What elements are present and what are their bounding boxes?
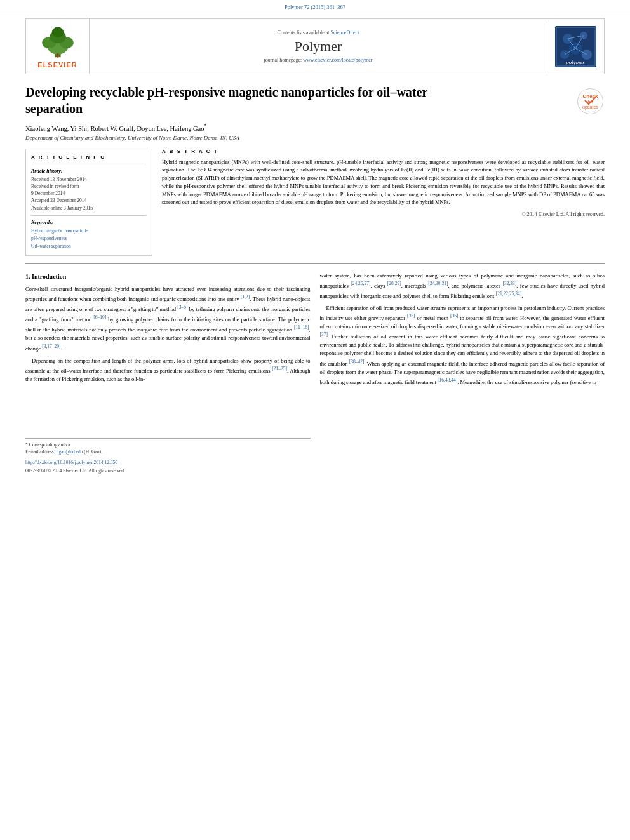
svg-text:polymer: polymer [565, 59, 585, 65]
ref-32-33[interactable]: [32,33] [502, 281, 516, 286]
ref-11-16[interactable]: [11–16] [294, 324, 309, 330]
email-note: E-mail address: hgao@nd.edu (H. Gao). [25, 448, 311, 455]
corresponding-author-marker: * [204, 123, 207, 129]
available-date: Available online 3 January 2015 [31, 204, 147, 211]
article-info-title: A R T I C L E I N F O [31, 154, 147, 160]
doi-line: http://dx.doi.org/10.1016/j.polymer.2014… [25, 458, 311, 467]
footnote-divider [25, 438, 311, 439]
homepage-link[interactable]: www.elsevier.com/locate/polymer [303, 57, 372, 63]
journal-top-bar: Polymer 72 (2015) 361–367 [0, 0, 630, 13]
ref-3-17-20[interactable]: [3,17–20] [42, 343, 60, 349]
abstract-title: A B S T R A C T [162, 149, 605, 154]
received-revised-label: Received in revised form [31, 183, 147, 190]
ref-28-29[interactable]: [28,29] [387, 281, 401, 286]
body-column-left: 1. Introduction Core-shell structured in… [25, 272, 311, 474]
elsevier-logo: ELSEVIER [26, 19, 90, 74]
homepage-line: journal homepage: www.elsevier.com/locat… [96, 57, 540, 63]
article-content: Check for updates Developing recyclable … [25, 74, 605, 256]
crossmark-icon: Check for updates [576, 87, 605, 116]
journal-header: ELSEVIER Contents lists available at Sci… [25, 18, 605, 74]
info-divider [31, 164, 147, 164]
sciencedirect-link[interactable]: ScienceDirect [331, 30, 359, 36]
ref-6-10[interactable]: [6–10] [93, 314, 106, 320]
ref-16-43-44[interactable]: [16,43,44] [438, 377, 457, 383]
crossmark-area: Check for updates [576, 87, 605, 117]
ref-24-30-31[interactable]: [24,30,31] [428, 281, 448, 286]
keyword-1[interactable]: Hybrid magnetic nanoparticle [31, 227, 147, 235]
body-para-1: Core-shell structured inorganic/organic … [25, 285, 311, 352]
svg-point-5 [51, 27, 63, 38]
abstract-text: Hybrid magnetic nanoparticles (MNPs) wit… [162, 158, 605, 207]
body-para-col2-2: Efficient separation of oil from produce… [320, 304, 605, 387]
page-wrapper: Polymer 72 (2015) 361–367 ELSEVIER [0, 0, 630, 474]
section-1-heading: 1. Introduction [25, 272, 311, 282]
ref-21-22-25-34[interactable]: [21,22,25,34] [496, 291, 522, 297]
section-divider [25, 263, 605, 264]
ref-24-26-27[interactable]: [24,26,27] [351, 281, 370, 286]
doi-link[interactable]: http://dx.doi.org/10.1016/j.polymer.2014… [25, 460, 117, 465]
svg-text:updates: updates [582, 105, 598, 110]
polymer-badge-image: polymer [555, 26, 596, 67]
ref-1-2[interactable]: [1,2] [241, 294, 250, 300]
keyword-3[interactable]: Oil–water separation [31, 243, 147, 250]
article-title: Developing recyclable pH-responsive magn… [25, 84, 457, 117]
journal-center: Contents lists available at ScienceDirec… [90, 25, 547, 68]
ref-21-25[interactable]: [21–25] [272, 366, 287, 371]
polymer-badge-svg: polymer [555, 26, 596, 67]
accepted-date: Accepted 23 December 2014 [31, 197, 147, 204]
body-content: 1. Introduction Core-shell structured in… [25, 272, 605, 474]
body-para-2: Depending on the composition and length … [25, 357, 311, 383]
journal-name-display: Polymer [96, 38, 540, 55]
article-info-abstract-row: A R T I C L E I N F O Article history: R… [25, 149, 605, 256]
contents-line: Contents lists available at ScienceDirec… [96, 30, 540, 36]
keyword-2[interactable]: pH-responsiveness [31, 235, 147, 243]
keywords-title: Keywords: [31, 220, 147, 225]
elsevier-tree-icon [36, 24, 80, 59]
ref-38-42[interactable]: [38–42] [349, 359, 365, 364]
journal-citation: Polymer 72 (2015) 361–367 [285, 4, 345, 10]
issn-line: 0032-3861/© 2014 Elsevier Ltd. All right… [25, 467, 311, 474]
body-para-col2-1: water system, has been extensively repor… [320, 272, 605, 300]
info-divider-2 [31, 215, 147, 216]
ref-35[interactable]: [35] [407, 313, 415, 319]
ref-36[interactable]: [36] [450, 313, 459, 319]
article-info-box: A R T I C L E I N F O Article history: R… [25, 149, 152, 256]
svg-point-6 [57, 53, 59, 56]
corresponding-author-note: * Corresponding author. [25, 441, 311, 448]
affiliation-line: Department of Chemistry and Biochemistry… [25, 135, 605, 141]
revised-date: 9 December 2014 [31, 190, 147, 197]
copyright-line: © 2014 Elsevier Ltd. All rights reserved… [162, 211, 605, 217]
email-link[interactable]: hgao@nd.edu [57, 449, 83, 455]
polymer-logo-box: polymer [547, 21, 604, 72]
ref-3-5[interactable]: [3–5] [177, 304, 187, 310]
footnote-area: * Corresponding author. E-mail address: … [25, 387, 311, 474]
authors-line: Xiaofeng Wang, Yi Shi, Robert W. Graff, … [25, 123, 605, 132]
elsevier-label: ELSEVIER [37, 61, 77, 69]
body-column-right: water system, has been extensively repor… [320, 272, 605, 474]
abstract-section: A B S T R A C T Hybrid magnetic nanopart… [162, 149, 605, 256]
ref-37[interactable]: [37] [320, 331, 328, 337]
received-date: Received 13 November 2014 [31, 176, 147, 183]
svg-text:Check: Check [582, 93, 598, 99]
history-title: Article history: [31, 168, 147, 174]
